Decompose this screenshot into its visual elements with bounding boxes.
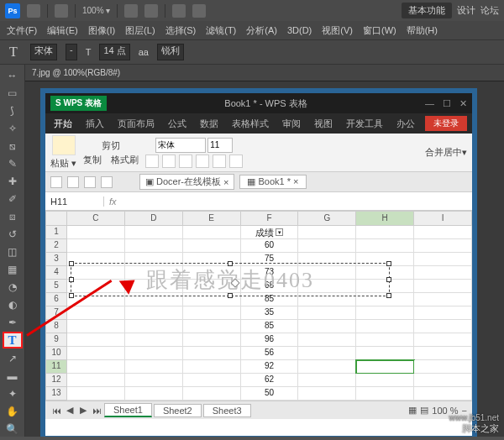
bold-icon[interactable] bbox=[145, 155, 159, 168]
row-header[interactable]: 11 bbox=[45, 360, 67, 374]
cell[interactable] bbox=[67, 387, 125, 401]
cell[interactable] bbox=[414, 266, 472, 280]
workspace-dropdown[interactable]: 基本功能 bbox=[402, 3, 452, 18]
fx-label[interactable]: fx bbox=[104, 196, 122, 207]
workbook-tab[interactable]: ▦ Book1 * × bbox=[239, 175, 306, 189]
font-size-dropdown[interactable]: 14 点 bbox=[99, 44, 129, 60]
sheet-nav-prev-icon[interactable]: ◀ bbox=[64, 405, 76, 416]
cell[interactable] bbox=[183, 387, 241, 401]
row-header[interactable]: 7 bbox=[45, 306, 67, 320]
col-header[interactable]: D bbox=[125, 211, 183, 226]
marquee-tool-icon[interactable]: ▭ bbox=[3, 86, 23, 102]
tab-insert[interactable]: 插入 bbox=[82, 115, 108, 133]
row-header[interactable]: 6 bbox=[45, 293, 67, 306]
cell[interactable] bbox=[414, 387, 472, 401]
cell[interactable] bbox=[356, 306, 414, 320]
font-family-input[interactable] bbox=[155, 138, 206, 153]
resize-handle-icon[interactable] bbox=[69, 261, 74, 266]
view-page-icon[interactable]: ▤ bbox=[420, 405, 428, 416]
menu-image[interactable]: 图像(I) bbox=[85, 23, 118, 39]
minimize-button[interactable]: — bbox=[425, 98, 434, 109]
tab-formula[interactable]: 公式 bbox=[165, 115, 190, 133]
row-header[interactable]: 2 bbox=[45, 239, 67, 253]
row-header[interactable]: 13 bbox=[45, 387, 67, 401]
row-header[interactable]: 5 bbox=[45, 280, 67, 293]
tab-data[interactable]: 数据 bbox=[197, 115, 222, 133]
cell[interactable] bbox=[414, 333, 472, 347]
3d-tool-icon[interactable]: ✦ bbox=[3, 385, 23, 401]
format-painter-button[interactable]: 格式刷 bbox=[111, 154, 139, 166]
dodge-tool-icon[interactable]: ◐ bbox=[3, 296, 23, 312]
menu-analysis[interactable]: 分析(A) bbox=[243, 23, 281, 39]
shape-tool-icon[interactable]: ▬ bbox=[3, 368, 23, 384]
eyedropper-tool-icon[interactable]: ✎ bbox=[3, 156, 23, 172]
cell[interactable] bbox=[414, 239, 472, 253]
sheet-tab[interactable]: Sheet1 bbox=[104, 403, 152, 417]
ps-link-design[interactable]: 设计 bbox=[457, 4, 475, 17]
cell[interactable] bbox=[298, 226, 356, 239]
sheet-nav-first-icon[interactable]: ⏮ bbox=[50, 406, 62, 416]
text-tool-icon[interactable]: T bbox=[3, 332, 23, 348]
maximize-button[interactable]: ☐ bbox=[443, 98, 451, 109]
cell[interactable] bbox=[125, 239, 183, 253]
tab-dev[interactable]: 开发工具 bbox=[343, 115, 386, 133]
gradient-tool-icon[interactable]: ▦ bbox=[3, 261, 23, 277]
paste-icon[interactable] bbox=[52, 135, 76, 155]
cell[interactable] bbox=[414, 280, 472, 293]
paste-label[interactable]: 粘贴 ▾ bbox=[50, 157, 76, 170]
cell[interactable] bbox=[67, 374, 125, 387]
font-style-dropdown[interactable]: - bbox=[66, 44, 77, 60]
col-header[interactable]: I bbox=[414, 211, 472, 226]
spreadsheet-grid[interactable]: C D E F G H I 1成绩▾2603754735686857358859… bbox=[45, 211, 472, 401]
cell[interactable] bbox=[298, 333, 356, 347]
underline-icon[interactable] bbox=[179, 155, 192, 168]
login-button[interactable]: 未登录 bbox=[425, 116, 467, 131]
menu-help[interactable]: 帮助(H) bbox=[403, 23, 441, 39]
screen-mode-icon[interactable] bbox=[192, 4, 206, 18]
row-header[interactable]: 3 bbox=[45, 253, 67, 266]
save-icon[interactable] bbox=[50, 176, 62, 188]
resize-handle-icon[interactable] bbox=[386, 293, 391, 298]
cell[interactable] bbox=[183, 306, 241, 320]
cell[interactable] bbox=[125, 374, 183, 387]
merge-center-button[interactable]: 合并居中▾ bbox=[425, 146, 467, 159]
menu-layer[interactable]: 图层(L) bbox=[122, 23, 158, 39]
arrange-icon[interactable] bbox=[172, 4, 186, 18]
cell[interactable]: 92 bbox=[241, 360, 299, 374]
italic-icon[interactable] bbox=[162, 155, 176, 168]
cell[interactable] bbox=[125, 306, 183, 320]
wand-tool-icon[interactable]: ✧ bbox=[3, 121, 23, 137]
resize-handle-icon[interactable] bbox=[228, 261, 233, 266]
pen-tool-icon[interactable]: ✒ bbox=[3, 314, 23, 330]
cell[interactable] bbox=[414, 226, 472, 239]
cell[interactable] bbox=[125, 333, 183, 347]
print-icon[interactable] bbox=[101, 176, 113, 188]
tab-view[interactable]: 视图 bbox=[311, 115, 336, 133]
sheet-tab[interactable]: Sheet2 bbox=[154, 404, 202, 417]
cell[interactable] bbox=[67, 239, 125, 253]
menu-file[interactable]: 文件(F) bbox=[3, 23, 40, 39]
undo-icon[interactable] bbox=[67, 176, 79, 188]
cell[interactable] bbox=[356, 226, 414, 239]
cell[interactable] bbox=[356, 333, 414, 347]
cell[interactable] bbox=[183, 374, 241, 387]
cell[interactable] bbox=[298, 320, 356, 333]
cell[interactable] bbox=[183, 320, 241, 333]
cell[interactable] bbox=[414, 360, 472, 374]
col-header[interactable]: H bbox=[356, 211, 414, 226]
resize-handle-icon[interactable] bbox=[228, 293, 233, 298]
view-extras-icon[interactable] bbox=[124, 4, 138, 18]
menu-edit[interactable]: 编辑(E) bbox=[44, 23, 81, 39]
resize-handle-icon[interactable] bbox=[69, 277, 74, 282]
cell[interactable] bbox=[67, 360, 125, 374]
cell[interactable] bbox=[183, 239, 241, 253]
sheet-tab[interactable]: Sheet3 bbox=[203, 404, 251, 417]
resize-handle-icon[interactable] bbox=[386, 277, 391, 282]
cell[interactable] bbox=[183, 226, 241, 239]
row-header[interactable]: 4 bbox=[45, 266, 67, 280]
heal-tool-icon[interactable]: ✚ bbox=[3, 174, 23, 190]
select-all-corner[interactable] bbox=[45, 211, 67, 226]
aa-dropdown[interactable]: 锐利 bbox=[157, 44, 184, 60]
cell[interactable] bbox=[183, 347, 241, 360]
cell[interactable] bbox=[298, 374, 356, 387]
